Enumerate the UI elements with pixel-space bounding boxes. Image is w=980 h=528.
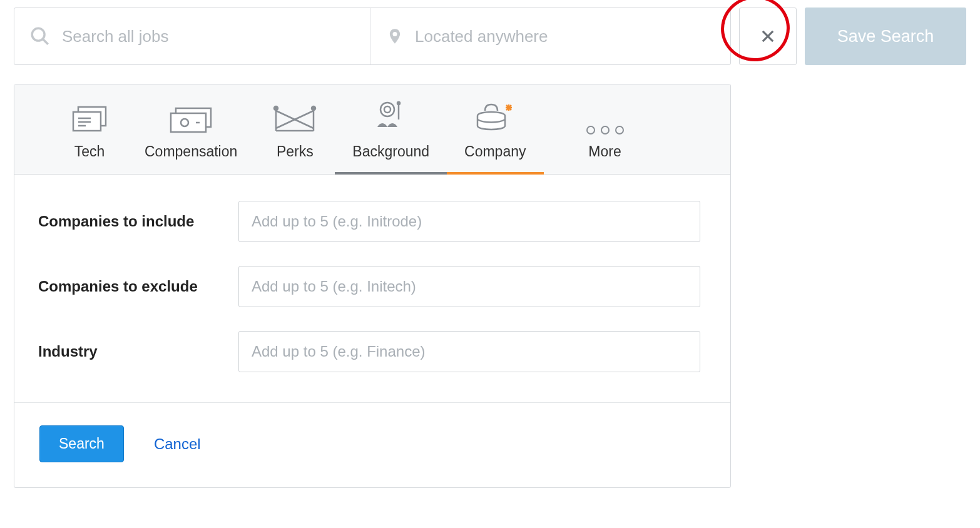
cancel-link[interactable]: Cancel [154,435,201,453]
tab-tech[interactable]: Tech [52,84,127,174]
job-search-field[interactable] [14,8,371,64]
location-input[interactable] [415,27,715,46]
search-icon [29,26,51,47]
svg-line-1 [43,39,48,44]
background-icon [371,99,411,135]
tab-perks[interactable]: Perks [255,84,335,174]
svg-point-18 [274,106,278,110]
search-bar: Save Search [14,8,966,65]
company-filters: Companies to include Companies to exclud… [14,175,730,403]
perks-icon [272,99,317,135]
location-field[interactable] [371,8,730,64]
tab-company[interactable]: Company [447,84,543,174]
tech-icon [69,99,110,135]
job-search-input[interactable] [62,27,355,46]
companies-include-input[interactable] [238,201,700,242]
tab-background[interactable]: Background [335,84,447,174]
filter-actions: Search Cancel [14,403,730,487]
tab-label: Perks [277,143,314,160]
filter-tabs: Tech Compensation [14,84,730,175]
location-pin-icon [386,25,404,48]
tab-compensation[interactable]: Compensation [127,84,255,174]
tab-more[interactable]: More [569,84,641,174]
companies-exclude-input[interactable] [238,266,700,307]
search-button[interactable]: Search [39,425,124,462]
tab-label: Background [352,143,429,160]
industry-label: Industry [38,343,238,360]
industry-row: Industry [38,331,700,372]
companies-exclude-label: Companies to exclude [38,278,238,295]
companies-include-row: Companies to include [38,201,700,242]
companies-include-label: Companies to include [38,213,238,230]
more-icon [586,99,624,135]
svg-point-26 [397,102,400,104]
tab-label: Tech [74,143,105,160]
clear-search-button[interactable] [739,8,797,65]
filter-panel: Tech Compensation [14,84,731,488]
svg-point-0 [32,28,44,41]
compensation-icon [166,99,216,135]
tab-label: Company [464,143,526,160]
industry-input[interactable] [238,331,700,372]
close-icon [759,28,777,45]
search-inputs [14,8,731,65]
svg-point-19 [312,106,315,110]
save-search-button[interactable]: Save Search [805,8,966,65]
tab-label: Compensation [145,143,237,160]
company-icon [472,99,518,135]
tab-label: More [588,143,621,160]
companies-exclude-row: Companies to exclude [38,266,700,307]
svg-point-23 [380,103,394,116]
